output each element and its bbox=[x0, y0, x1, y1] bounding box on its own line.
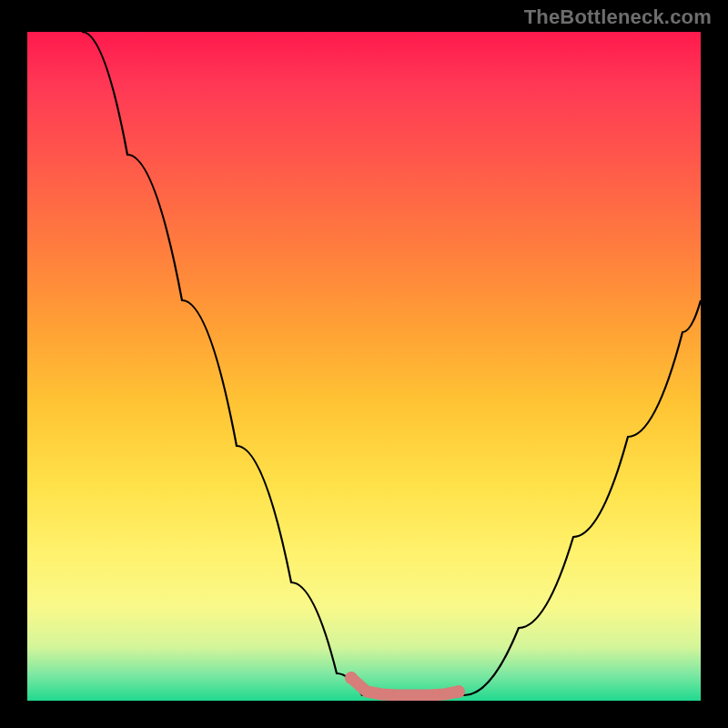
chart-frame: TheBottleneck.com bbox=[0, 0, 728, 728]
optimal-marker bbox=[361, 686, 372, 697]
optimal-markers bbox=[345, 672, 465, 701]
optimal-marker bbox=[439, 689, 450, 700]
optimal-marker bbox=[392, 690, 403, 701]
optimal-marker bbox=[452, 685, 465, 698]
watermark-text: TheBottleneck.com bbox=[524, 5, 712, 29]
optimal-marker bbox=[423, 690, 434, 701]
curve-layer bbox=[27, 32, 701, 701]
optimal-marker bbox=[345, 672, 358, 684]
bottleneck-curve bbox=[82, 32, 701, 695]
optimal-marker bbox=[408, 690, 419, 701]
optimal-marker bbox=[377, 689, 388, 700]
heatmap-background bbox=[27, 32, 701, 701]
